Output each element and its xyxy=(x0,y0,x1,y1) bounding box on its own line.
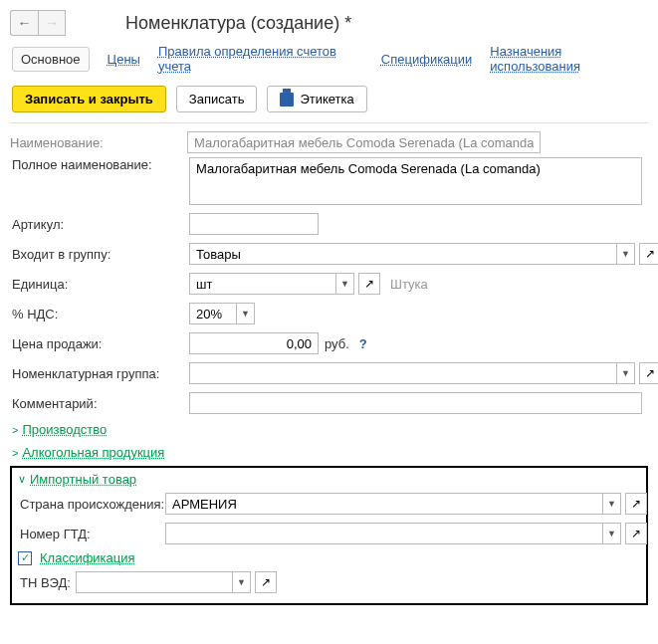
open-icon: ↗ xyxy=(645,247,655,261)
chevron-down-icon: ▼ xyxy=(621,368,630,378)
section-production-title: Производство xyxy=(22,422,107,437)
open-icon: ↗ xyxy=(631,527,641,540)
tnved-label: ТН ВЭД: xyxy=(20,575,76,590)
unit-dropdown-button[interactable]: ▼ xyxy=(336,273,354,295)
label-button[interactable]: Этикетка xyxy=(267,86,366,112)
group-open-button[interactable]: ↗ xyxy=(639,243,658,265)
gtd-label: Номер ГТД: xyxy=(20,527,165,541)
tnved-dropdown-button[interactable]: ▼ xyxy=(233,571,251,593)
nav-forward-button[interactable]: → xyxy=(38,10,66,36)
fullname-label: Полное наименование: xyxy=(12,157,189,172)
save-close-button[interactable]: Записать и закрыть xyxy=(12,86,166,112)
tabs-row: Основное Цены Правила определения счетов… xyxy=(10,44,648,74)
name-input[interactable] xyxy=(187,131,541,153)
fullname-input[interactable] xyxy=(189,157,642,205)
tnved-input[interactable] xyxy=(76,571,233,593)
gtd-input[interactable] xyxy=(165,523,603,544)
open-icon: ↗ xyxy=(645,366,655,380)
section-alcohol-title: Алкогольная продукция xyxy=(22,445,164,460)
import-section-box: ∨ Импортный товар Страна происхождения: … xyxy=(10,466,648,605)
unit-suffix: Штука xyxy=(390,277,428,292)
tab-main[interactable]: Основное xyxy=(12,47,90,72)
vat-label: % НДС: xyxy=(12,307,189,322)
tab-prices[interactable]: Цены xyxy=(108,52,140,67)
label-button-text: Этикетка xyxy=(300,92,353,107)
article-label: Артикул: xyxy=(12,217,189,232)
chevron-down-icon: ▼ xyxy=(607,529,616,538)
price-label: Цена продажи: xyxy=(12,336,189,351)
unit-open-button[interactable]: ↗ xyxy=(358,273,380,295)
chevron-right-icon: > xyxy=(12,447,18,459)
comment-label: Комментарий: xyxy=(12,396,189,411)
section-alcohol[interactable]: > Алкогольная продукция xyxy=(10,441,648,464)
classification-title: Классификация xyxy=(40,550,135,565)
gtd-dropdown-button[interactable]: ▼ xyxy=(603,523,621,544)
chevron-down-icon: ▼ xyxy=(340,279,349,289)
vat-input[interactable] xyxy=(189,303,237,324)
section-classification[interactable]: ✓ Классификация xyxy=(18,548,640,567)
price-help-icon[interactable]: ? xyxy=(359,336,367,351)
chevron-down-icon: ∨ xyxy=(18,473,26,486)
section-import[interactable]: ∨ Импортный товар xyxy=(18,470,640,489)
chevron-right-icon: > xyxy=(12,424,18,436)
chevron-down-icon: ▼ xyxy=(241,309,250,319)
name-label: Наименование: xyxy=(10,135,187,150)
nav-back-button[interactable]: ← xyxy=(10,10,38,36)
classification-checkbox[interactable]: ✓ xyxy=(18,551,32,565)
save-button[interactable]: Записать xyxy=(176,86,258,112)
country-open-button[interactable]: ↗ xyxy=(625,493,647,515)
tab-specifications[interactable]: Спецификации xyxy=(381,52,473,67)
country-input[interactable] xyxy=(165,493,603,515)
chevron-down-icon: ▼ xyxy=(621,249,630,259)
open-icon: ↗ xyxy=(631,497,641,511)
price-currency: руб. xyxy=(325,336,349,351)
price-input[interactable] xyxy=(189,332,319,354)
open-icon: ↗ xyxy=(261,575,271,589)
chevron-down-icon: ▼ xyxy=(607,499,616,509)
country-label: Страна происхождения: xyxy=(20,497,165,512)
section-production[interactable]: > Производство xyxy=(10,418,648,441)
gtd-open-button[interactable]: ↗ xyxy=(625,523,647,544)
tab-usage-purposes[interactable]: Назначения использования xyxy=(490,44,648,74)
nomgroup-label: Номенклатурная группа: xyxy=(12,366,189,381)
section-import-title: Импортный товар xyxy=(30,472,136,487)
group-dropdown-button[interactable]: ▼ xyxy=(617,243,635,265)
comment-input[interactable] xyxy=(189,392,642,414)
nomgroup-input[interactable] xyxy=(189,362,617,384)
article-input[interactable] xyxy=(189,213,319,235)
tnved-open-button[interactable]: ↗ xyxy=(255,571,277,593)
chevron-down-icon: ▼ xyxy=(237,577,246,587)
country-dropdown-button[interactable]: ▼ xyxy=(603,493,621,515)
vat-dropdown-button[interactable]: ▼ xyxy=(237,303,255,324)
unit-input[interactable] xyxy=(189,273,336,295)
nomgroup-open-button[interactable]: ↗ xyxy=(639,362,658,384)
nomgroup-dropdown-button[interactable]: ▼ xyxy=(617,362,635,384)
open-icon: ↗ xyxy=(364,277,374,291)
unit-label: Единица: xyxy=(12,277,189,292)
group-input[interactable] xyxy=(189,243,617,265)
group-label: Входит в группу: xyxy=(12,247,189,262)
tab-account-rules[interactable]: Правила определения счетов учета xyxy=(158,44,363,74)
printer-icon xyxy=(280,93,294,107)
page-title: Номенклатура (создание) * xyxy=(125,13,351,34)
